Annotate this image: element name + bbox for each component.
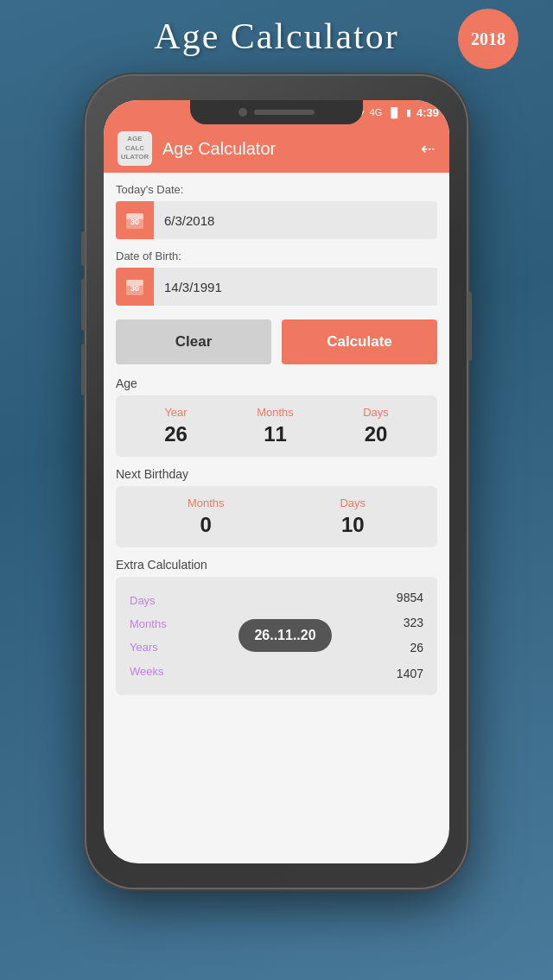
status-time: 4:39 bbox=[416, 106, 439, 119]
dob-calendar-icon: 30 bbox=[116, 268, 154, 306]
power-button bbox=[467, 292, 472, 361]
extra-days-label: Days bbox=[130, 591, 190, 610]
extra-weeks-value: 1407 bbox=[380, 663, 423, 685]
calculate-button[interactable]: Calculate bbox=[282, 319, 437, 364]
age-months-label: Months bbox=[257, 406, 294, 419]
extra-days-value: 9854 bbox=[380, 587, 423, 609]
phone-screen: ▾▾▾ 4G ▐▌ ▮ 4:39 AGECALCULATOR Age Calcu… bbox=[104, 100, 449, 863]
birthday-section-label: Next Birthday bbox=[116, 467, 437, 481]
age-result-card: Year 26 Months 11 Days 20 bbox=[116, 395, 437, 457]
extra-row-labels: Days Months Years Weeks bbox=[130, 591, 190, 682]
extra-months-value: 323 bbox=[380, 612, 423, 634]
age-year-value: 26 bbox=[164, 422, 188, 446]
extra-months-label: Months bbox=[130, 614, 190, 634]
extra-years-value: 26 bbox=[380, 637, 423, 659]
age-days-value: 20 bbox=[365, 422, 388, 446]
extra-result-card: Days Months Years Weeks 26..11..20 9854 … bbox=[116, 577, 437, 695]
svg-text:30: 30 bbox=[130, 218, 139, 226]
phone-container: ▾▾▾ 4G ▐▌ ▮ 4:39 AGECALCULATOR Age Calcu… bbox=[86, 76, 467, 888]
network-label: 4G bbox=[370, 107, 383, 117]
app-content: Today's Date: 30 6/3/2018 Date of Birth: bbox=[104, 173, 449, 705]
extra-badge-area: 26..11..20 bbox=[190, 619, 380, 652]
today-date-value: 6/3/2018 bbox=[154, 213, 225, 228]
dob-value: 14/3/1991 bbox=[154, 280, 232, 294]
today-date-label: Today's Date: bbox=[116, 183, 437, 196]
dob-label: Date of Birth: bbox=[116, 250, 437, 262]
phone-notch bbox=[190, 100, 363, 124]
volume-down-button bbox=[81, 344, 86, 395]
app-bar-title: Age Calculator bbox=[162, 139, 410, 159]
extra-row-values: 9854 323 26 1407 bbox=[380, 587, 423, 685]
year-badge: 2018 bbox=[458, 9, 518, 69]
birthday-months-label: Months bbox=[188, 496, 225, 509]
battery-icon: ▮ bbox=[406, 107, 411, 118]
age-year-col: Year 26 bbox=[164, 406, 188, 446]
age-days-col: Days 20 bbox=[363, 406, 389, 446]
header-area: Age Calculator 2018 bbox=[0, 0, 553, 67]
share-icon[interactable]: ⇠ bbox=[421, 138, 435, 159]
birthday-days-value: 10 bbox=[341, 513, 365, 537]
clear-button[interactable]: Clear bbox=[116, 319, 271, 364]
dob-field[interactable]: 30 14/3/1991 bbox=[116, 268, 437, 306]
birthday-months-value: 0 bbox=[200, 513, 212, 537]
app-bar: AGECALCULATOR Age Calculator ⇠ bbox=[104, 124, 449, 173]
camera-dot bbox=[238, 108, 247, 117]
extra-badge: 26..11..20 bbox=[238, 619, 331, 652]
extra-weeks-label: Weeks bbox=[130, 661, 190, 681]
main-title: Age Calculator bbox=[154, 16, 398, 57]
signal-icon: ▐▌ bbox=[387, 107, 401, 117]
age-months-col: Months 11 bbox=[257, 406, 294, 446]
age-days-label: Days bbox=[363, 406, 389, 419]
extra-years-label: Years bbox=[130, 637, 190, 657]
today-date-field[interactable]: 30 6/3/2018 bbox=[116, 201, 437, 239]
speaker-bar bbox=[254, 110, 315, 115]
volume-up-button bbox=[81, 279, 86, 331]
birthday-days-col: Days 10 bbox=[340, 496, 365, 537]
age-section-label: Age bbox=[116, 376, 437, 390]
age-months-value: 11 bbox=[264, 422, 287, 446]
birthday-days-label: Days bbox=[340, 496, 365, 509]
birthday-result-row: Months 0 Days 10 bbox=[130, 496, 423, 537]
age-result-row: Year 26 Months 11 Days 20 bbox=[130, 406, 423, 446]
age-year-label: Year bbox=[164, 406, 187, 419]
today-calendar-icon: 30 bbox=[116, 201, 154, 239]
action-buttons: Clear Calculate bbox=[116, 319, 437, 364]
volume-toggle-button bbox=[81, 231, 86, 266]
birthday-months-col: Months 0 bbox=[188, 496, 225, 537]
birthday-result-card: Months 0 Days 10 bbox=[116, 486, 437, 547]
app-icon: AGECALCULATOR bbox=[118, 131, 152, 166]
extra-section-label: Extra Calculation bbox=[116, 558, 437, 572]
svg-text:30: 30 bbox=[130, 284, 139, 293]
